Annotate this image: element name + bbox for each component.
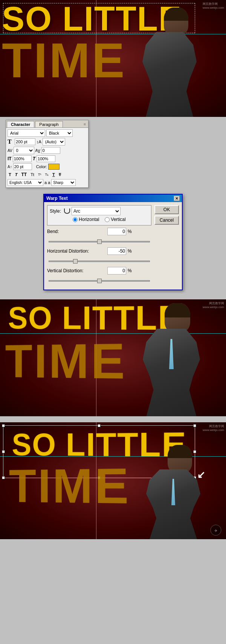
kerning-tracking-row: AV 0 AV̲: [8, 147, 87, 154]
panel-tabs: Character Paragraph ≡: [6, 120, 88, 128]
warp-buttons: OK Cancel: [154, 205, 179, 287]
tab-character[interactable]: Character: [7, 121, 34, 127]
spacing-1: [0, 293, 226, 296]
superscript-button[interactable]: T¹: [37, 172, 43, 177]
baseline-shift-input[interactable]: [13, 163, 32, 170]
canvas-3-person: [136, 445, 211, 539]
warp-left-panel: Style: Arc Horizontal: [47, 205, 151, 287]
scale-row: IT T: [8, 155, 87, 162]
canvas-text-sub: TIME: [2, 36, 127, 85]
canvas-section-1: SO LITTLE TIME 网页教学网 www.webjx.com: [0, 0, 226, 117]
warp-titlebar: Warp Text ✕: [44, 195, 182, 202]
spacing-2: [0, 416, 226, 419]
size-leading-row: T ↕A (Auto): [8, 138, 87, 146]
h-distort-slider[interactable]: [49, 261, 150, 262]
bend-slider[interactable]: [49, 241, 150, 242]
warp-style-label: Style:: [50, 209, 61, 214]
warp-style-select[interactable]: Arc: [72, 207, 121, 215]
canvas-3-watermark: 网页教学网www.webjx.com: [203, 424, 224, 432]
canvas-section-3-wrapper: SO LITTLE TIME ↙ ✈ 网页教学网www.webjx.com: [0, 422, 226, 539]
italic-button[interactable]: T: [14, 172, 19, 178]
canvas-section-2: SO LITTLE TIME 网页教学网www.webjx.com: [0, 299, 226, 416]
font-style-select[interactable]: Black: [46, 129, 73, 137]
warp-cancel-button[interactable]: Cancel: [154, 216, 179, 225]
all-caps-button[interactable]: TT: [20, 171, 28, 178]
character-panel: Character Paragraph ≡ Arial Black T ↕A (…: [6, 120, 89, 188]
warp-main-content: Style: Arc Horizontal: [47, 205, 179, 287]
warp-style-row: Style: Arc: [50, 207, 149, 215]
color-swatch[interactable]: [48, 164, 60, 170]
h-distort-input[interactable]: [107, 247, 126, 255]
baseline-color-row: A↑ Color:: [8, 163, 87, 170]
horizontal-scale-icon: T: [33, 156, 35, 161]
aa-label: a a: [44, 180, 50, 185]
canvas-2-watermark: 网页教学网www.webjx.com: [203, 301, 224, 309]
handle-tr[interactable]: [193, 424, 196, 427]
panel-collapse-icon[interactable]: ≡: [82, 122, 87, 126]
small-caps-button[interactable]: Tt: [29, 172, 35, 178]
warp-close-button[interactable]: ✕: [174, 196, 180, 201]
aa-select[interactable]: Sharp: [51, 179, 76, 186]
bend-label: Bend:: [47, 229, 107, 234]
v-distort-slider[interactable]: [49, 280, 150, 282]
bend-slider-row: [47, 238, 151, 244]
lang-row: English: USA a a Sharp: [8, 179, 87, 186]
subscript-button[interactable]: T₁: [44, 172, 50, 177]
tracking-input[interactable]: [41, 147, 60, 154]
warp-ok-button[interactable]: OK: [154, 205, 179, 214]
watermark: 网页教学网 www.webjx.com: [203, 2, 224, 9]
bold-button[interactable]: T: [8, 172, 12, 178]
handle-tl[interactable]: [2, 424, 5, 427]
horizontal-scale-input[interactable]: [37, 155, 55, 162]
h-distort-slider-row: [47, 258, 151, 263]
handle-ml[interactable]: [2, 450, 5, 453]
horizontal-radio-label[interactable]: Horizontal: [73, 217, 99, 222]
bend-percent: %: [128, 229, 132, 234]
horizontal-radio[interactable]: [73, 217, 78, 222]
v-distort-slider-row: [47, 278, 151, 283]
kerning-select[interactable]: 0: [14, 147, 34, 154]
character-panel-area: Character Paragraph ≡ Arial Black T ↕A (…: [0, 117, 226, 191]
canvas-2-text-sub: TIME: [5, 336, 127, 386]
logo-icon: ✈: [210, 524, 221, 536]
svg-text:✈: ✈: [214, 529, 217, 533]
font-size-icon: T: [8, 138, 14, 145]
person-figure: [132, 8, 207, 117]
tab-paragraph[interactable]: Paragraph: [35, 121, 63, 127]
warp-style-box: Style: Arc Horizontal: [47, 205, 151, 225]
h-distort-label: Horizontal Distortion:: [47, 248, 107, 254]
vertical-radio[interactable]: [105, 217, 110, 222]
text-style-row: T T TT Tt T¹ T₁ T T: [8, 171, 87, 178]
handle-bl[interactable]: [2, 476, 5, 479]
h-distort-percent: %: [128, 248, 132, 254]
bend-input[interactable]: [107, 228, 126, 235]
warp-body: Style: Arc Horizontal: [44, 202, 182, 290]
color-label: Color:: [36, 164, 47, 169]
font-size-input[interactable]: [15, 138, 35, 145]
arc-icon: [64, 209, 70, 214]
leading-select[interactable]: (Auto): [43, 138, 65, 146]
canvas-3-text-sub: TIME: [9, 461, 131, 511]
canvas-section-3: SO LITTLE TIME ↙ ✈ 网页教学网www.webjx.com: [0, 422, 226, 539]
leading-icon: ↕A: [37, 140, 41, 144]
panel-body: Arial Black T ↕A (Auto) AV 0: [6, 128, 88, 187]
vertical-scale-input[interactable]: [13, 155, 32, 162]
v-distort-row: Vertical Distortion: %: [47, 267, 151, 274]
bottom-logo: ✈: [210, 524, 221, 537]
canvas-2-person: [132, 303, 211, 416]
font-row: Arial Black: [8, 129, 87, 137]
v-distort-input[interactable]: [107, 267, 126, 274]
strikethrough-button[interactable]: T: [58, 172, 63, 178]
v-distort-percent: %: [128, 268, 132, 273]
v-distort-label: Vertical Distortion:: [47, 268, 107, 273]
underline-button[interactable]: T: [51, 172, 56, 178]
language-select[interactable]: English: USA: [8, 179, 43, 186]
tracking-icon: AV̲: [35, 149, 40, 153]
kerning-icon: AV: [8, 149, 12, 153]
warp-text-dialog: Warp Text ✕ Style: Arc: [43, 194, 183, 290]
font-family-select[interactable]: Arial: [8, 129, 45, 137]
warp-dialog-area: Warp Text ✕ Style: Arc: [0, 191, 226, 293]
canvas-section-2-wrapper: SO LITTLE TIME 网页教学网www.webjx.com: [0, 299, 226, 416]
baseline-shift-icon: A↑: [8, 165, 12, 169]
vertical-radio-label[interactable]: Vertical: [105, 217, 125, 222]
